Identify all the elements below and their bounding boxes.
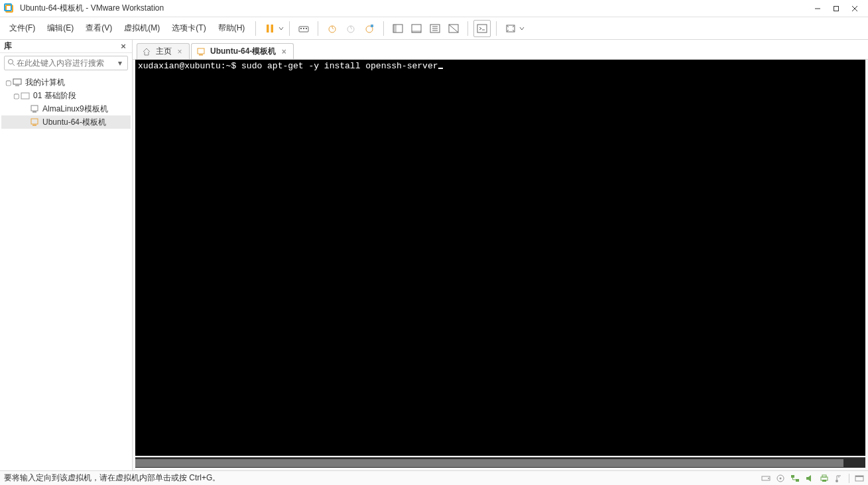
svg-point-40 — [780, 477, 782, 479]
svg-rect-33 — [31, 119, 38, 124]
vm-running-icon — [197, 48, 206, 56]
folder-icon — [20, 91, 31, 100]
svg-rect-30 — [21, 93, 29, 99]
tray-cd-icon[interactable] — [776, 474, 785, 483]
svg-rect-11 — [306, 28, 307, 29]
horizontal-scrollbar[interactable] — [135, 457, 865, 468]
search-icon — [7, 58, 17, 68]
window-title: Ubuntu-64-模板机 - VMware Workstation — [20, 3, 164, 14]
snapshot-revert-button[interactable] — [342, 20, 359, 37]
sidebar-search-input[interactable] — [17, 58, 118, 68]
terminal-cursor — [438, 68, 443, 69]
snapshot-manager-button[interactable] — [361, 20, 378, 37]
view-single-button[interactable] — [408, 20, 425, 37]
terminal-command: sudo apt-get -y install openssh-server — [241, 61, 438, 71]
menu-edit[interactable]: 编辑(E) — [42, 20, 79, 36]
svg-rect-10 — [303, 28, 304, 29]
minimize-button[interactable] — [808, 2, 827, 15]
sidebar-title: 库 — [4, 40, 119, 52]
maximize-button[interactable] — [827, 2, 845, 15]
svg-rect-3 — [834, 6, 839, 11]
library-sidebar: 库 × ▾ ▢ 我的计算机 ▢ 01 基础阶段 AlmaLinux9模板 — [0, 40, 133, 470]
content-area: 主页 × Ubuntu-64-模板机 × xudaxian@xubuntu:~$… — [133, 40, 868, 470]
svg-rect-28 — [13, 79, 21, 84]
view-unity-button[interactable] — [445, 20, 462, 37]
menu-vm[interactable]: 虚拟机(M) — [119, 20, 165, 36]
collapse-icon[interactable]: ▢ — [4, 79, 12, 86]
tab-close-button[interactable]: × — [280, 47, 288, 56]
svg-rect-31 — [31, 105, 38, 111]
view-sidebar-button[interactable] — [389, 20, 406, 37]
svg-line-27 — [13, 64, 15, 66]
home-icon — [143, 48, 152, 56]
app-icon — [4, 3, 15, 14]
fullscreen-menu-caret[interactable] — [519, 24, 525, 33]
menu-file[interactable]: 文件(F) — [4, 20, 40, 36]
svg-rect-44 — [822, 475, 826, 477]
tab-label: 主页 — [156, 46, 172, 57]
collapse-icon[interactable]: ▢ — [12, 92, 20, 100]
send-ctrl-alt-del-button[interactable] — [295, 20, 312, 37]
svg-rect-17 — [393, 25, 397, 33]
svg-rect-6 — [267, 25, 269, 33]
vm-console[interactable]: xudaxian@xubuntu:~$ sudo apt-get -y inst… — [135, 60, 865, 456]
tree-item-label: AlmaLinux9模板机 — [42, 104, 108, 115]
tray-usb-icon[interactable] — [834, 474, 843, 483]
svg-line-22 — [449, 25, 458, 33]
fullscreen-button[interactable] — [502, 20, 519, 37]
svg-rect-36 — [199, 54, 203, 56]
library-tree: ▢ 我的计算机 ▢ 01 基础阶段 AlmaLinux9模板机 Ubuntu-6… — [0, 73, 132, 131]
tree-item-label: 我的计算机 — [25, 77, 65, 88]
svg-rect-15 — [371, 25, 373, 27]
svg-rect-35 — [198, 48, 204, 54]
menu-tabs[interactable]: 选项卡(T) — [166, 20, 211, 36]
tab-bar: 主页 × Ubuntu-64-模板机 × — [133, 40, 868, 60]
svg-rect-23 — [477, 25, 487, 33]
svg-rect-42 — [796, 479, 799, 482]
vm-running-icon — [29, 117, 40, 127]
svg-rect-9 — [300, 28, 302, 29]
svg-rect-19 — [412, 31, 421, 33]
tree-item-label: Ubuntu-64-模板机 — [42, 117, 106, 128]
tray-harddisk-icon[interactable] — [761, 474, 771, 483]
tab-close-button[interactable]: × — [176, 47, 184, 56]
terminal-prompt: xudaxian@xubuntu:~$ — [138, 61, 241, 71]
tab-vm-ubuntu64[interactable]: Ubuntu-64-模板机 × — [191, 43, 294, 59]
menu-view[interactable]: 查看(V) — [80, 20, 117, 36]
svg-rect-7 — [271, 25, 274, 33]
titlebar: Ubuntu-64-模板机 - VMware Workstation — [0, 0, 868, 17]
tray-printer-icon[interactable] — [820, 474, 829, 483]
menubar: 文件(F) 编辑(E) 查看(V) 虚拟机(M) 选项卡(T) 帮助(H) — [0, 17, 868, 40]
tree-vm-ubuntu64[interactable]: Ubuntu-64-模板机 — [1, 115, 131, 129]
console-view-button[interactable] — [473, 20, 491, 37]
tray-messages-icon[interactable] — [855, 474, 864, 483]
tree-item-label: 01 基础阶段 — [33, 90, 76, 102]
status-bar: 要将输入定向到该虚拟机，请在虚拟机内部单击或按 Ctrl+G。 — [0, 470, 868, 485]
svg-rect-32 — [32, 111, 36, 113]
svg-rect-48 — [855, 476, 863, 477]
sidebar-close-button[interactable]: × — [119, 42, 128, 51]
status-message: 要将输入定向到该虚拟机，请在虚拟机内部单击或按 Ctrl+G。 — [4, 472, 761, 484]
svg-point-38 — [768, 478, 769, 479]
svg-rect-41 — [791, 475, 794, 478]
tray-sound-icon[interactable] — [805, 474, 814, 483]
svg-point-46 — [836, 480, 838, 482]
pause-button[interactable] — [261, 20, 279, 37]
view-thumbnail-button[interactable] — [426, 20, 444, 37]
close-button[interactable] — [845, 2, 864, 15]
snapshot-take-button[interactable] — [324, 20, 341, 37]
vm-icon — [29, 104, 40, 113]
tree-vm-almalinux9[interactable]: AlmaLinux9模板机 — [1, 102, 131, 115]
sidebar-search[interactable]: ▾ — [4, 56, 128, 70]
svg-rect-34 — [32, 125, 36, 126]
search-dropdown-caret[interactable]: ▾ — [118, 58, 125, 68]
tab-label: Ubuntu-64-模板机 — [210, 46, 276, 57]
power-menu-caret[interactable] — [279, 24, 284, 33]
tab-home[interactable]: 主页 × — [137, 43, 190, 59]
tree-folder-basic-stage[interactable]: ▢ 01 基础阶段 — [1, 89, 131, 102]
tray-network-icon[interactable] — [790, 474, 800, 483]
menu-help[interactable]: 帮助(H) — [213, 20, 251, 36]
computer-icon — [12, 78, 23, 87]
svg-rect-45 — [822, 480, 826, 482]
tree-root-my-computer[interactable]: ▢ 我的计算机 — [1, 76, 131, 89]
